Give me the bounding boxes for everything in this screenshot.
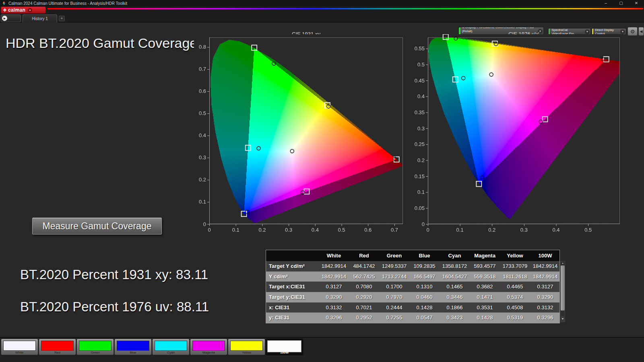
table-cell: 0.5374 — [500, 292, 530, 302]
row-label: Target x:CIE31 — [266, 282, 319, 292]
swatch-color — [192, 341, 225, 351]
swatch-color — [155, 341, 187, 351]
pattern-swatch-blue[interactable]: Blue — [114, 339, 152, 355]
scroll-down-icon[interactable]: ▼ — [560, 316, 565, 322]
play-icon: ▶ — [2, 16, 7, 21]
table-cell: 0.1866 — [440, 302, 470, 313]
column-header: 100W — [530, 250, 560, 261]
result-1976-label: BT.2020 Percent 1976 uv: — [20, 299, 173, 314]
table-cell: 0.1700 — [379, 282, 409, 292]
pattern-swatch-cyan[interactable]: Cyan — [152, 339, 190, 355]
table-cell: 0.4465 — [500, 282, 530, 292]
table-cell: 0.7080 — [349, 282, 379, 292]
table-cell: 593.4577 — [470, 261, 500, 272]
column-header: Green — [379, 250, 409, 261]
pattern-swatch-bar: WhiteRedGreenBlueCyanMagentaYellow100W — [1, 339, 303, 355]
table-cell: 0.3446 — [440, 292, 470, 302]
table-cell: 0.3296 — [530, 313, 560, 323]
table-row: y: CIE310.32960.29520.72550.05470.34230.… — [266, 313, 559, 323]
table-cell: 0.7255 — [379, 313, 409, 323]
swatch-color — [3, 341, 36, 351]
table-cell: 484.1742 — [349, 261, 379, 272]
column-header: Blue — [409, 250, 440, 261]
table-cell: 1604.5427 — [440, 272, 470, 282]
swatch-label: Magenta — [190, 351, 227, 354]
table-cell: 0.3682 — [470, 282, 500, 292]
table-scrollbar-thumb[interactable] — [561, 265, 565, 311]
swatch-label: 100W — [266, 351, 303, 354]
add-tab-button[interactable]: + — [59, 16, 65, 21]
table-cell: 0.0547 — [409, 313, 440, 323]
column-header: White — [319, 250, 349, 261]
scroll-up-icon[interactable]: ▲ — [560, 261, 565, 265]
tab-history-1[interactable]: History 1 — [23, 14, 57, 23]
table-cell: 0.3531 — [470, 302, 500, 313]
pattern-swatch-yellow[interactable]: Yellow — [228, 339, 265, 355]
table-cell: 0.2444 — [379, 302, 409, 313]
bottom-bar: WhiteRedGreenBlueCyanMagentaYellow100W ▲… — [0, 337, 644, 362]
pattern-swatch-100w[interactable]: 100W — [266, 339, 303, 355]
table-cell: 0.5319 — [500, 313, 530, 323]
calman-menu-button[interactable]: ❖ calman ▼ — [1, 6, 46, 14]
table-row: Target x:CIE310.31270.70800.17000.13100.… — [266, 282, 559, 292]
swatch-color — [117, 341, 149, 351]
table-cell: 1842.9914 — [530, 272, 560, 282]
table-cell: 0.0460 — [409, 292, 440, 302]
table-cell: 0.1471 — [470, 292, 500, 302]
tab-bar: ▶ History 1 + i1 Display Pro/Calibrite C… — [0, 14, 644, 23]
table-cell: 1842.9914 — [530, 261, 560, 272]
row-label: x: CIE31 — [266, 302, 319, 313]
collapse-panel-button[interactable]: ◀ — [638, 27, 644, 36]
chevron-down-icon[interactable]: ▼ — [28, 8, 32, 12]
table-cell: 0.3423 — [440, 313, 470, 323]
swatch-label: Yellow — [228, 351, 265, 354]
table-cell: 0.3127 — [319, 282, 349, 292]
table-cell: 0.4508 — [500, 302, 530, 313]
column-header: Magenta — [470, 250, 500, 261]
table-cell: 0.3296 — [319, 313, 349, 323]
close-button[interactable]: ✕ — [629, 0, 644, 6]
spectrum-gradient-bar — [47, 8, 643, 9]
swatch-color — [79, 341, 111, 351]
titlebar: Calman 2024 Calman Ultimate for Business… — [0, 0, 644, 6]
pattern-swatch-magenta[interactable]: Magenta — [190, 339, 227, 355]
row-label: Y cd/m² — [266, 272, 319, 282]
swatch-label: Red — [39, 351, 76, 354]
column-header — [266, 250, 319, 261]
result-1976-value: 88.11 — [177, 299, 209, 314]
history-panel-toggle[interactable]: ▶ — [1, 14, 21, 22]
maximize-button[interactable]: ▢ — [613, 0, 629, 6]
table-cell: 109.2835 — [409, 261, 440, 272]
table-cell: 1249.5337 — [379, 261, 409, 272]
table-cell: 0.1310 — [409, 282, 440, 292]
app-icon — [2, 1, 6, 5]
table-cell: 0.7970 — [379, 292, 409, 302]
table-cell: 559.3518 — [470, 272, 500, 282]
table-cell: 0.1465 — [440, 282, 470, 292]
table-cell: 1358.8172 — [440, 261, 470, 272]
column-header: Cyan — [440, 250, 470, 261]
pattern-swatch-green[interactable]: Green — [76, 339, 114, 355]
column-header: Red — [349, 250, 379, 261]
minimize-button[interactable]: – — [598, 0, 613, 6]
column-header: Yellow — [500, 250, 530, 261]
pattern-swatch-white[interactable]: White — [1, 339, 38, 355]
table-row: Target Y cd/m²1842.9914484.17421249.5337… — [266, 261, 559, 272]
settings-gear-button[interactable]: ⚙ — [627, 27, 638, 36]
pattern-swatch-red[interactable]: Red — [39, 339, 76, 355]
table-cell: 0.1428 — [409, 302, 440, 313]
measure-gamut-coverage-button[interactable]: Measure Gamut Coverage — [32, 218, 162, 234]
result-1976: BT.2020 Percent 1976 uv: 88.11 — [20, 299, 209, 315]
table-cell: 1713.2744 — [379, 272, 409, 282]
table-cell: 1811.2618 — [500, 272, 530, 282]
window-title: Calman 2024 Calman Ultimate for Business… — [8, 1, 127, 6]
cie-1931-chart — [194, 34, 407, 235]
gear-icon: ⚙ — [630, 29, 635, 35]
swatch-label: Green — [77, 351, 114, 354]
row-label: y: CIE31 — [266, 313, 319, 323]
results-table: WhiteRedGreenBlueCyanMagentaYellow100WTa… — [266, 250, 560, 323]
table-cell: 0.7021 — [349, 302, 379, 313]
chevron-down-icon[interactable]: ▼ — [620, 29, 625, 34]
table-row: Target y:CIE310.32900.29200.79700.04600.… — [266, 292, 559, 302]
calman-logo-text: calman — [8, 7, 25, 13]
